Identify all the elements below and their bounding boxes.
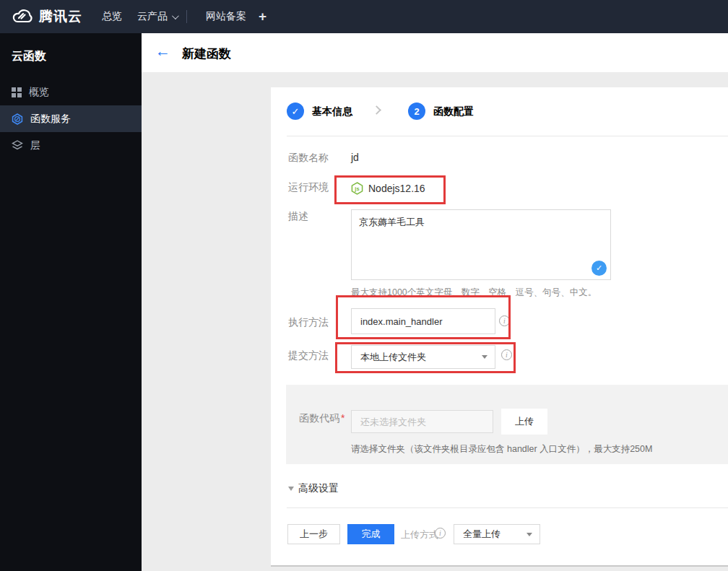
chevron-right-icon bbox=[372, 105, 381, 115]
page-title: 新建函数 bbox=[182, 45, 231, 62]
nav-divider bbox=[186, 10, 187, 23]
description-label: 描述 bbox=[288, 210, 308, 223]
finish-button[interactable]: 完成 bbox=[347, 524, 394, 544]
top-navbar: 腾讯云 总览 云产品 网站备案 + bbox=[0, 0, 728, 33]
dropdown-caret-icon bbox=[526, 533, 532, 536]
svg-text:js: js bbox=[354, 186, 359, 192]
function-icon bbox=[12, 113, 23, 125]
description-hint: 最大支持1000个英文字母、数字、空格、逗号、句号、中文。 bbox=[351, 287, 597, 299]
triangle-down-icon bbox=[288, 487, 294, 491]
upload-mode-value: 全量上传 bbox=[463, 528, 500, 541]
submit-method-value: 本地上传文件夹 bbox=[360, 351, 426, 364]
advanced-settings-label: 高级设置 bbox=[298, 482, 339, 495]
handler-input[interactable] bbox=[351, 308, 495, 334]
submit-method-info-icon[interactable]: i bbox=[501, 349, 512, 360]
advanced-settings-toggle[interactable]: 高级设置 bbox=[288, 482, 339, 495]
function-code-hint: 请选择文件夹（该文件夹根目录应包含 handler 入口文件），最大支持250M bbox=[351, 443, 652, 456]
step1-label[interactable]: 基本信息 bbox=[312, 105, 352, 118]
folder-path-input[interactable] bbox=[351, 410, 493, 433]
function-code-label: 函数代码* bbox=[299, 412, 344, 425]
tencent-cloud-logo[interactable]: 腾讯云 bbox=[12, 0, 82, 33]
runtime-label: 运行环境 bbox=[288, 181, 329, 194]
submit-method-select[interactable]: 本地上传文件夹 bbox=[351, 345, 495, 369]
handler-info-icon[interactable]: i bbox=[499, 315, 510, 326]
brand-name: 腾讯云 bbox=[39, 7, 82, 26]
step1-done-check-icon: ✓ bbox=[287, 103, 304, 120]
page-header: ← 新建函数 bbox=[142, 33, 728, 72]
upload-mode-info-icon[interactable]: i bbox=[435, 528, 446, 539]
steps-divider bbox=[287, 136, 728, 136]
back-arrow-button[interactable]: ← bbox=[155, 43, 170, 60]
nodejs-icon: js bbox=[351, 182, 363, 195]
runtime-value: Nodejs12.16 bbox=[368, 183, 425, 194]
submit-method-label: 提交方法 bbox=[288, 349, 329, 362]
sidebar-item-overview[interactable]: 概览 bbox=[0, 79, 142, 105]
sidebar-item-function-service[interactable]: 函数服务 bbox=[0, 105, 142, 132]
step2-label: 函数配置 bbox=[433, 105, 474, 118]
valid-check-badge-icon: ✓ bbox=[592, 261, 607, 276]
required-asterisk: * bbox=[341, 412, 344, 424]
upload-mode-label: 上传方式 bbox=[401, 528, 438, 541]
function-name-label: 函数名称 bbox=[288, 152, 329, 165]
handler-label: 执行方法 bbox=[288, 316, 329, 329]
nav-item-overview[interactable]: 总览 bbox=[102, 0, 122, 33]
upload-mode-select[interactable]: 全量上传 bbox=[454, 524, 540, 544]
previous-step-button[interactable]: 上一步 bbox=[287, 524, 340, 544]
nav-add-button[interactable]: + bbox=[259, 0, 266, 33]
app-root: 腾讯云 总览 云产品 网站备案 + 云函数 概览 函数服务 bbox=[0, 0, 728, 571]
sidebar-title: 云函数 bbox=[0, 33, 142, 79]
sidebar-item-layers[interactable]: 层 bbox=[0, 132, 142, 159]
grid-icon bbox=[12, 87, 22, 97]
upload-button[interactable]: 上传 bbox=[501, 409, 547, 435]
dropdown-caret-icon bbox=[482, 355, 488, 359]
runtime-value-row: js Nodejs12.16 bbox=[351, 182, 425, 195]
nav-item-cloud-products[interactable]: 云产品 bbox=[137, 0, 177, 33]
nav-item-website-icp[interactable]: 网站备案 bbox=[206, 0, 246, 33]
step2-number-badge: 2 bbox=[408, 103, 425, 120]
function-code-section: 函数代码* 上传 请选择文件夹（该文件夹根目录应包含 handler 入口文件）… bbox=[286, 385, 728, 464]
layers-icon bbox=[12, 140, 23, 151]
sidebar: 云函数 概览 函数服务 层 bbox=[0, 33, 142, 571]
cloud-icon bbox=[12, 9, 33, 25]
create-function-panel: ✓ 基本信息 2 函数配置 函数名称 jd 运行环境 js Nodejs12.1… bbox=[271, 87, 728, 567]
chevron-down-icon bbox=[172, 12, 179, 19]
footer-divider bbox=[287, 507, 728, 508]
description-textarea[interactable]: 京东薅羊毛工具 bbox=[351, 209, 611, 280]
function-name-value: jd bbox=[351, 152, 359, 163]
